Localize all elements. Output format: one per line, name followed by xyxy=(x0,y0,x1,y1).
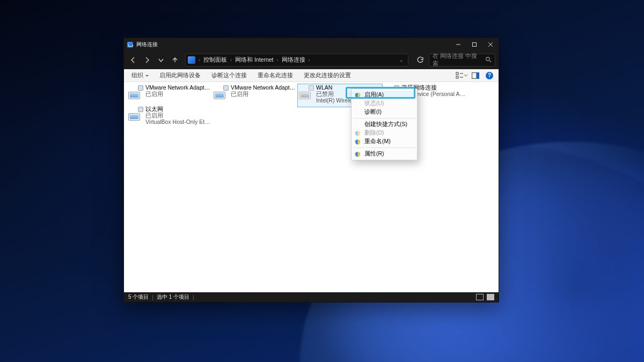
titlebar[interactable]: 网络连接 xyxy=(124,38,499,51)
ctx-diagnose[interactable]: 诊断(I) xyxy=(352,108,417,116)
adapter-vmnet1[interactable]: VMware Network Adapter VMnet1 已启用 xyxy=(127,84,211,107)
ctx-status-label: 状态(U) xyxy=(364,100,384,107)
status-divider: | xyxy=(152,294,153,300)
status-selection: 选中 1 个项目 xyxy=(157,293,189,301)
shield-icon xyxy=(354,130,361,136)
ctx-rename-label: 重命名(M) xyxy=(364,138,391,145)
status-bar: 5 个项目 | 选中 1 个项目 | xyxy=(124,292,499,302)
search-icon xyxy=(485,56,492,64)
ctx-shortcut[interactable]: 创建快捷方式(S) xyxy=(352,120,417,129)
search-placeholder: 在 网络连接 中搜索 xyxy=(433,53,482,68)
adapter-icon xyxy=(299,85,313,99)
adapter-grid[interactable]: VMware Network Adapter VMnet1 已启用 VMware… xyxy=(124,82,499,292)
ctx-rename[interactable]: 重命名(M) xyxy=(352,137,417,146)
ctx-properties[interactable]: 属性(R) xyxy=(352,150,417,158)
status-count: 5 个项目 xyxy=(128,293,149,301)
network-connections-window: 网络连接 › 控制面板 › 网络和 Internet xyxy=(123,38,499,302)
chevron-right-icon: › xyxy=(199,57,200,63)
maximize-button[interactable] xyxy=(466,38,482,51)
svg-line-5 xyxy=(489,61,491,62)
shield-icon xyxy=(354,92,361,98)
recent-button[interactable] xyxy=(155,54,167,66)
back-button[interactable] xyxy=(127,54,139,66)
ctx-delete-label: 删除(D) xyxy=(364,129,384,137)
large-icons-view-button[interactable] xyxy=(487,294,494,300)
svg-rect-1 xyxy=(473,43,477,47)
ctx-shortcut-label: 创建快捷方式(S) xyxy=(364,121,407,128)
breadcrumb-1[interactable]: 网络和 Internet xyxy=(233,56,276,64)
minimize-button[interactable] xyxy=(450,38,466,51)
preview-pane-button[interactable] xyxy=(470,70,481,81)
shield-icon xyxy=(354,139,361,145)
separator xyxy=(353,147,416,148)
close-button[interactable] xyxy=(482,38,499,51)
chevron-right-icon: › xyxy=(230,57,232,63)
window-title: 网络连接 xyxy=(136,41,158,48)
desktop-background: 网络连接 › 控制面板 › 网络和 Internet xyxy=(0,0,644,362)
refresh-button[interactable] xyxy=(414,54,427,67)
diagnose-button[interactable]: 诊断这个连接 xyxy=(207,71,251,80)
adapter-status: 已启用 xyxy=(231,91,296,97)
rename-button[interactable]: 重命名此连接 xyxy=(253,71,297,80)
address-dropdown[interactable]: ⌄ xyxy=(397,57,406,63)
adapter-icon xyxy=(128,107,142,121)
address-icon xyxy=(188,56,195,64)
ctx-enable[interactable]: 启用(A) xyxy=(352,91,417,99)
adapter-status: 已启用 xyxy=(145,91,210,97)
ctx-status: 状态(U) xyxy=(352,99,417,108)
breadcrumb-0[interactable]: 控制面板 xyxy=(201,56,229,64)
ctx-props-label: 属性(R) xyxy=(364,150,384,158)
adapter-name: VMware Network Adapter VMnet8 xyxy=(231,84,296,91)
separator xyxy=(353,118,416,119)
adapter-status: 已启用 xyxy=(145,112,210,119)
ctx-delete: 删除(D) xyxy=(352,129,417,137)
help-button[interactable]: ? xyxy=(484,70,495,81)
view-options-button[interactable] xyxy=(456,70,467,81)
svg-rect-6 xyxy=(456,72,458,75)
svg-rect-12 xyxy=(477,72,479,78)
adapter-name: VMware Network Adapter VMnet1 xyxy=(145,84,210,91)
svg-rect-7 xyxy=(456,76,458,78)
adapter-detail: VirtualBox Host-Only Ethernet … xyxy=(145,119,210,125)
context-menu: 启用(A) 状态(U) 诊断(I) 创建快捷方式(S) 删除(D) xyxy=(351,88,418,160)
status-divider: | xyxy=(193,294,194,300)
details-view-button[interactable] xyxy=(476,294,484,300)
command-bar: 组织 启用此网络设备 诊断这个连接 重命名此连接 更改此连接的设置 ? xyxy=(124,69,499,82)
change-settings-button[interactable]: 更改此连接的设置 xyxy=(299,71,355,80)
adapter-name: 以太网 xyxy=(145,106,210,112)
chevron-right-icon: › xyxy=(277,57,279,63)
forward-button[interactable] xyxy=(141,54,153,66)
ctx-enable-label: 启用(A) xyxy=(364,91,384,99)
address-bar[interactable]: › 控制面板 › 网络和 Internet › 网络连接 › ⌄ xyxy=(185,54,408,67)
adapter-vmnet8[interactable]: VMware Network Adapter VMnet8 已启用 xyxy=(213,84,297,107)
navigation-bar: › 控制面板 › 网络和 Internet › 网络连接 › ⌄ 在 网络连接 … xyxy=(124,51,499,69)
adapter-icon xyxy=(214,85,228,99)
chevron-right-icon: › xyxy=(309,57,310,63)
adapter-ethernet[interactable]: 以太网 已启用 VirtualBox Host-Only Ethernet … xyxy=(127,106,211,128)
shield-icon xyxy=(354,151,361,157)
up-button[interactable] xyxy=(169,54,181,66)
enable-device-button[interactable]: 启用此网络设备 xyxy=(155,71,205,80)
breadcrumb-2[interactable]: 网络连接 xyxy=(280,56,308,64)
search-box[interactable]: 在 网络连接 中搜索 xyxy=(429,54,495,67)
adapter-icon xyxy=(128,85,142,99)
svg-point-4 xyxy=(486,57,489,61)
app-icon xyxy=(127,42,133,48)
ctx-diagnose-label: 诊断(I) xyxy=(364,108,382,116)
organize-menu[interactable]: 组织 xyxy=(127,71,153,80)
